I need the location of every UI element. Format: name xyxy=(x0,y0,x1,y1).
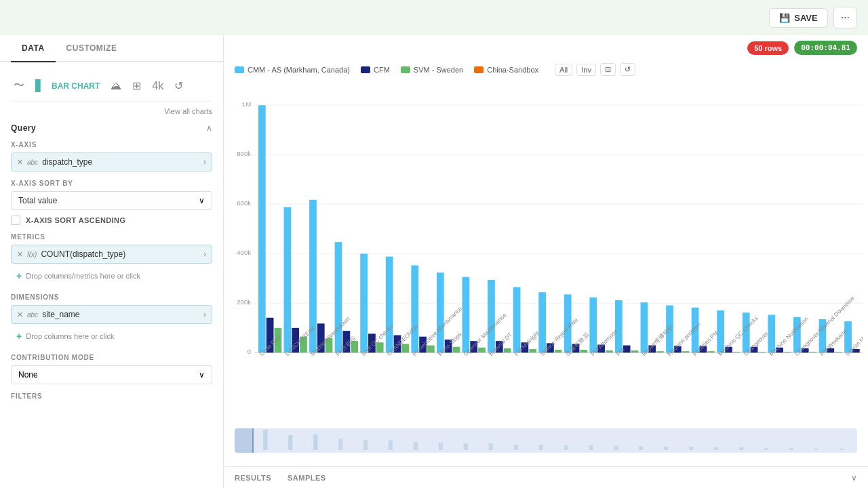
refresh-icon[interactable]: ↺ xyxy=(172,77,186,95)
metrics-field-chip[interactable]: ✕ f(x) COUNT(dispatch_type) › xyxy=(11,245,212,264)
chart-controls: 50 rows 00:00:04.81 xyxy=(747,41,857,55)
x-axis-field-name: dispatch_type xyxy=(42,157,92,167)
view-all-charts-link[interactable]: View all charts xyxy=(11,107,212,115)
dimensions-remove-icon[interactable]: ✕ xyxy=(17,310,23,319)
svg-rect-131 xyxy=(840,449,844,450)
metrics-remove-icon[interactable]: ✕ xyxy=(17,250,23,259)
dimensions-label: DIMENSIONS xyxy=(11,293,212,301)
dimensions-field-name: site_name xyxy=(42,310,79,319)
svg-rect-36 xyxy=(462,277,470,353)
svg-rect-80 xyxy=(835,352,842,352)
number-4k-icon[interactable]: 4k xyxy=(149,77,166,95)
svg-rect-114 xyxy=(414,442,418,450)
bottom-tabs: RESULTS SAMPLES ∨ xyxy=(224,466,868,488)
svg-rect-62 xyxy=(682,351,690,352)
query-section-header: Query ∧ xyxy=(11,123,212,133)
svg-rect-124 xyxy=(664,447,668,450)
tab-results[interactable]: RESULTS xyxy=(235,474,271,482)
svg-text:1M: 1M xyxy=(242,100,251,108)
top-bar: 💾 SAVE ··· xyxy=(0,0,868,35)
bottom-controls xyxy=(224,426,868,466)
x-axis-field-chip[interactable]: ✕ abc dispatch_type › xyxy=(11,152,212,171)
bar-chart-icon[interactable]: ▋ xyxy=(33,77,46,95)
left-panel: DATA CUSTOMIZE 〜 ▋ BAR CHART ⛰ ⊞ 4k ↺ Vi… xyxy=(0,35,224,488)
svg-rect-24 xyxy=(360,253,368,352)
svg-rect-45 xyxy=(538,292,546,352)
filters-label: FILTERS xyxy=(11,392,212,400)
legend-color-cmm xyxy=(235,66,244,73)
sort-value: Total value xyxy=(18,196,57,205)
svg-rect-74 xyxy=(784,352,791,352)
mini-chart-handle[interactable] xyxy=(235,428,254,453)
svg-rect-71 xyxy=(758,352,766,352)
area-chart-icon[interactable]: ⛰ xyxy=(108,77,124,95)
x-axis-sort-dropdown[interactable]: Total value ∨ xyxy=(11,191,212,210)
svg-rect-117 xyxy=(489,443,493,450)
x-axis-remove-icon[interactable]: ✕ xyxy=(17,158,23,167)
svg-rect-111 xyxy=(338,439,342,450)
legend-color-cfm xyxy=(361,66,370,73)
app-container: 💾 SAVE ··· DATA CUSTOMIZE 〜 ▋ BAR CHART … xyxy=(0,0,868,488)
legend-copy-icon[interactable]: ⊡ xyxy=(600,63,616,76)
svg-rect-120 xyxy=(564,445,568,450)
svg-text:200k: 200k xyxy=(237,298,251,306)
svg-rect-59 xyxy=(656,351,664,352)
svg-rect-108 xyxy=(263,430,267,450)
bottom-chevron-icon[interactable]: ∨ xyxy=(851,473,857,483)
legend: CMM - AS (Markham, Canada) CFM SVM - Swe… xyxy=(224,60,868,76)
line-chart-icon[interactable]: 〜 xyxy=(11,76,27,96)
svg-text:800k: 800k xyxy=(237,150,251,157)
svg-rect-113 xyxy=(389,441,393,450)
svg-text:0: 0 xyxy=(248,348,251,355)
dimensions-arrow-icon: › xyxy=(203,310,206,319)
more-button[interactable]: ··· xyxy=(833,7,857,28)
svg-rect-42 xyxy=(513,287,521,353)
x-axis-sort-label: X-AXIS SORT BY xyxy=(11,180,212,187)
metrics-label: METRICS xyxy=(11,233,212,241)
more-icon: ··· xyxy=(841,12,850,23)
chart-type-label: BAR CHART xyxy=(52,81,100,91)
legend-label-cfm: CFM xyxy=(374,66,390,74)
metrics-drop-label: Drop columns/metrics here or click xyxy=(26,272,140,280)
mini-chart[interactable] xyxy=(235,428,857,453)
svg-rect-53 xyxy=(606,350,613,352)
legend-color-svm xyxy=(401,66,410,73)
dimensions-drop-zone[interactable]: + Drop columns here or click xyxy=(11,327,212,346)
svg-rect-128 xyxy=(764,448,768,450)
tab-data[interactable]: DATA xyxy=(11,35,56,62)
tab-customize[interactable]: CUSTOMIZE xyxy=(56,35,128,61)
save-button[interactable]: 💾 SAVE xyxy=(769,8,827,28)
metrics-field-name: COUNT(dispatch_type) xyxy=(41,249,125,259)
metrics-drop-zone[interactable]: + Drop columns/metrics here or click xyxy=(11,266,212,285)
collapse-icon[interactable]: ∧ xyxy=(206,123,212,133)
svg-rect-125 xyxy=(689,447,693,450)
svg-rect-123 xyxy=(639,446,643,450)
svg-rect-32 xyxy=(427,346,435,353)
tab-samples[interactable]: SAMPLES xyxy=(288,474,326,482)
table-icon[interactable]: ⊞ xyxy=(130,77,144,95)
sort-ascending-row: X-AXIS SORT ASCENDING xyxy=(11,216,212,225)
tab-bar: DATA CUSTOMIZE xyxy=(0,35,223,62)
legend-label-cmm: CMM - AS (Markham, Canada) xyxy=(248,66,350,74)
dimensions-field-chip[interactable]: ✕ abc site_name › xyxy=(11,305,212,324)
metrics-arrow-icon: › xyxy=(203,249,206,259)
rows-badge: 50 rows xyxy=(747,41,789,55)
legend-inv-button[interactable]: Inv xyxy=(576,64,596,76)
svg-rect-110 xyxy=(313,434,317,450)
x-axis-label: X-AXIS xyxy=(11,141,212,148)
svg-text:400k: 400k xyxy=(237,249,251,256)
contribution-dropdown[interactable]: None ∨ xyxy=(11,365,212,384)
legend-item-china: China-Sandbox xyxy=(474,66,538,74)
legend-all-button[interactable]: All xyxy=(555,64,572,76)
chart-area: 1M 800k 600k 400k 200k 0 xyxy=(224,76,868,426)
metrics-plus-icon: + xyxy=(16,270,22,281)
svg-rect-30 xyxy=(411,265,418,352)
svg-rect-50 xyxy=(580,350,587,352)
legend-reset-icon[interactable]: ↺ xyxy=(620,63,635,76)
svg-rect-127 xyxy=(739,447,743,450)
svg-rect-112 xyxy=(363,440,368,450)
sort-ascending-checkbox[interactable] xyxy=(11,216,20,225)
bar-chart-svg: 1M 800k 600k 400k 200k 0 xyxy=(229,76,863,426)
contribution-value: None xyxy=(18,370,38,380)
right-panel: 50 rows 00:00:04.81 CMM - AS (Markham, C… xyxy=(224,35,868,488)
